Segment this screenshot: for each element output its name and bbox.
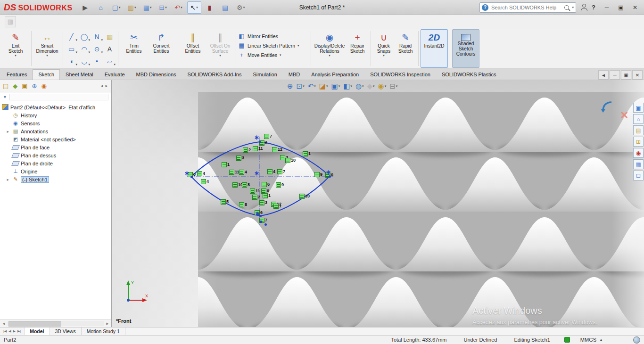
dropdown-caret-icon[interactable]: ▾ xyxy=(15,54,17,57)
help-icon[interactable]: ? xyxy=(592,4,595,11)
tab-features[interactable]: Features xyxy=(1,69,33,80)
sketch-point[interactable] xyxy=(329,175,331,178)
tab-solidworks-plastics[interactable]: SOLIDWORKS Plastics xyxy=(436,69,502,80)
dropdown-caret-icon[interactable]: ▾ xyxy=(297,44,299,48)
confirm-corner-icon[interactable] xyxy=(600,100,613,113)
sketch-relation-icon[interactable]: 11 xyxy=(229,170,234,175)
user-account-icon[interactable] xyxy=(580,4,587,11)
dropdown-caret-icon[interactable]: ▾ xyxy=(101,38,103,42)
collapse-pane-button[interactable]: ◄ xyxy=(598,70,609,80)
sketch-point[interactable] xyxy=(259,215,262,217)
doc-minimize-button[interactable]: ─ xyxy=(610,70,620,80)
sketch-relation-icon[interactable]: 4 xyxy=(239,170,244,175)
sketch-relation-icon[interactable]: 3 xyxy=(236,156,241,161)
sketch-relation-icon[interactable]: 9 xyxy=(314,172,320,177)
tab-mbd[interactable]: MBD xyxy=(283,69,305,80)
zoom-fit-button[interactable]: ⊕ xyxy=(287,82,293,90)
expand-arrow-icon[interactable]: ▸ xyxy=(5,129,10,134)
spline-handle-icon[interactable]: ∗ xyxy=(254,170,259,177)
tab-solidworks-add-ins[interactable]: SOLIDWORKS Add-Ins xyxy=(182,69,248,80)
dropdown-caret-icon[interactable]: ▾ xyxy=(88,50,90,54)
section-view-button[interactable]: ◪▾ xyxy=(319,82,328,90)
sketch-relation-icon[interactable]: 4 xyxy=(201,179,206,184)
dropdown-caret-icon[interactable]: ▾ xyxy=(75,38,77,42)
sketch-relation-icon[interactable]: 1 xyxy=(273,204,279,209)
sketch-point[interactable] xyxy=(264,223,267,226)
search-icon[interactable] xyxy=(564,5,569,10)
touch-mode-button[interactable]: ▮ xyxy=(203,1,217,14)
sketch-relation-icon[interactable]: 4 xyxy=(267,169,272,174)
sketch-relation-icon[interactable]: 11 xyxy=(253,146,258,151)
dropdown-caret-icon[interactable]: ▾ xyxy=(46,54,48,57)
sketch-relation-icon[interactable]: 6 xyxy=(262,182,267,187)
sketch-relation-icon[interactable]: 9 xyxy=(276,182,281,188)
options-button[interactable]: ⚙▾ xyxy=(234,1,248,14)
sketch-relation-icon[interactable]: 7 xyxy=(264,134,269,139)
first-button[interactable]: |◀ xyxy=(3,329,7,333)
doc-restore-button[interactable]: ▣ xyxy=(621,70,631,80)
sketch-relation-icon[interactable]: 12 xyxy=(272,147,277,152)
move-entities-button[interactable]: + Move Entities ▾ xyxy=(238,51,309,58)
sketch-relation-icon[interactable]: 11 xyxy=(250,188,255,194)
offset-on-surface-button[interactable]: ∥ Offset On Surface ▾ xyxy=(206,29,234,68)
view-orientation-button[interactable]: ▣▾ xyxy=(331,82,340,90)
rapid-sketch-button[interactable]: ✎ Rapid Sketch xyxy=(395,29,416,68)
display-delete-relations-button[interactable]: ◉ Display/Delete Relations ▾ xyxy=(313,29,346,68)
spline-button[interactable]: N▾ xyxy=(91,31,103,43)
apply-scene-button[interactable]: ◉▾ xyxy=(378,82,387,90)
panel-tab-arrows[interactable]: ◄ ► xyxy=(100,84,108,88)
units-label[interactable]: MMGS xyxy=(580,337,596,343)
dropdown-caret-icon[interactable]: ▾ xyxy=(396,84,398,88)
open-document-button[interactable]: ▥▾ xyxy=(125,1,139,14)
cancel-sketch-icon[interactable]: ✕ xyxy=(620,109,628,122)
view-settings-button[interactable]: ⊟▾ xyxy=(389,82,397,90)
forum-button[interactable]: ⊟ xyxy=(633,171,644,180)
circle-button[interactable]: ◯▾ xyxy=(78,31,91,43)
configurationmanager-tab-icon[interactable]: ▣ xyxy=(22,82,27,90)
new-document-button[interactable]: ▢▾ xyxy=(109,1,124,14)
search-box[interactable]: ? ▾ xyxy=(479,2,576,13)
filter-icon[interactable]: ▼ xyxy=(3,95,7,99)
next-button[interactable]: ▶ xyxy=(13,329,16,333)
dropdown-caret-icon[interactable]: ▾ xyxy=(114,63,116,66)
corner-rectangle-button[interactable]: ▭▾ xyxy=(65,43,78,55)
units-dropdown-icon[interactable]: ▲ xyxy=(599,338,603,342)
spline-handle-icon[interactable]: ∗ xyxy=(326,169,331,176)
line-button[interactable]: ╱▾ xyxy=(65,31,78,43)
dropdown-caret-icon[interactable]: ▾ xyxy=(326,84,328,88)
tree-item-origine[interactable]: ⊥Origine xyxy=(0,167,111,175)
mirror-entities-button[interactable]: ◧ Mirror Entities xyxy=(238,33,309,40)
sketch-relation-icon[interactable]: 1 xyxy=(263,193,268,198)
dropdown-caret-icon[interactable]: ▾ xyxy=(373,84,375,88)
sketch-relation-icon[interactable]: 3 xyxy=(259,200,264,205)
sketch-relation-icon[interactable]: 7 xyxy=(277,169,282,174)
sketch-point[interactable] xyxy=(190,176,193,178)
search-input[interactable] xyxy=(490,4,562,11)
tab-evaluate[interactable]: Evaluate xyxy=(99,69,131,80)
doc-close-button[interactable]: ✕ xyxy=(632,70,643,80)
linear-sketch-pattern-button[interactable]: ▦ Linear Sketch Pattern ▾ xyxy=(238,42,309,49)
repair-sketch-button[interactable]: + Repair Sketch xyxy=(346,29,369,68)
sketch-relation-icon[interactable]: 1 xyxy=(303,151,308,156)
flyout-tool-icon[interactable]: ▥ xyxy=(5,16,16,27)
propertymanager-tab-icon[interactable]: ◆ xyxy=(13,82,17,90)
dropdown-caret-icon[interactable]: ▾ xyxy=(383,54,385,57)
sketch-point[interactable] xyxy=(259,141,261,143)
sketch-pattern-button[interactable]: ▦ xyxy=(103,31,116,43)
display-style-button[interactable]: ◧▾ xyxy=(343,82,352,90)
dropdown-caret-icon[interactable]: ▾ xyxy=(303,84,305,88)
zoom-area-button[interactable]: ⊡▾ xyxy=(297,82,305,90)
restore-button[interactable]: ▣ xyxy=(614,0,628,15)
dropdown-caret-icon[interactable]: ▾ xyxy=(314,84,316,88)
home-button[interactable]: ⌂ xyxy=(94,1,108,14)
trim-entities-button[interactable]: ✂ Trim Entities xyxy=(120,29,148,68)
hide-show-items-button[interactable]: ◍▾ xyxy=(355,82,364,90)
sketch-relation-icon[interactable]: 1 xyxy=(222,162,227,167)
dropdown-caret-icon[interactable]: ▾ xyxy=(88,63,90,66)
sketch-relation-icon[interactable]: 10 xyxy=(285,158,290,163)
dropdown-caret-icon[interactable]: ▾ xyxy=(75,50,77,54)
tab-sheet-metal[interactable]: Sheet Metal xyxy=(60,69,99,80)
select-button[interactable]: ↖▾ xyxy=(187,1,201,14)
displaymanager-tab-icon[interactable]: ◉ xyxy=(41,82,47,90)
scrollbar-track[interactable] xyxy=(8,321,104,326)
